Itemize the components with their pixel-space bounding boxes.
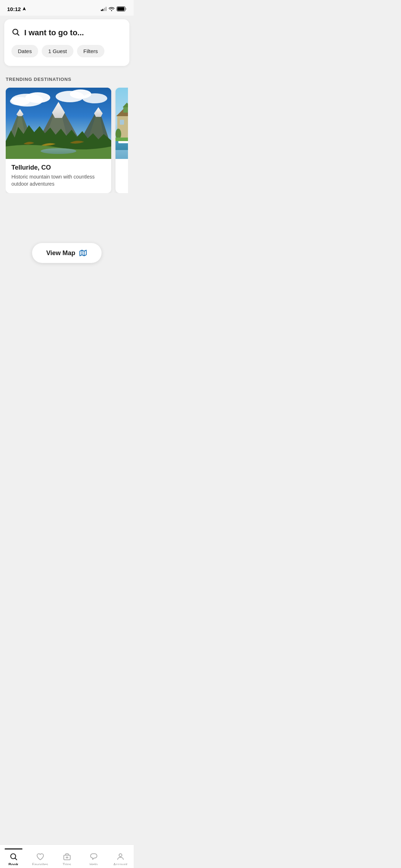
signal-bars-icon [101,7,107,11]
trending-section: TRENDING DESTINATIONS [0,69,134,193]
svg-rect-25 [120,120,124,125]
view-map-container: View Map [0,236,134,269]
status-time: 10:12 [7,6,26,12]
destinations-scroll: Telluride, CO Historic mountain town wit… [6,88,128,193]
florida-image [115,88,128,159]
search-placeholder: I want to go to... [24,28,84,37]
svg-point-19 [41,148,76,154]
search-icon [11,28,20,38]
telluride-name: Telluride, CO [11,164,106,171]
svg-point-6 [10,97,30,105]
view-map-button[interactable]: View Map [32,243,102,263]
map-icon [79,249,87,257]
view-map-label: View Map [46,249,76,257]
filter-chips: Dates 1 Guest Filters [11,45,122,57]
destination-card-florida[interactable] [115,88,128,193]
svg-rect-23 [123,107,128,113]
status-icons [101,6,127,11]
trending-title: TRENDING DESTINATIONS [6,77,128,82]
dates-chip[interactable]: Dates [11,45,38,57]
telluride-desc: Historic mountain town with countless ou… [11,174,106,187]
svg-point-9 [82,93,107,103]
telluride-info: Telluride, CO Historic mountain town wit… [6,159,111,193]
svg-rect-1 [117,7,124,11]
guests-chip[interactable]: 1 Guest [42,45,73,57]
telluride-image [6,88,111,159]
battery-icon [117,6,127,11]
wifi-icon [109,7,114,11]
destination-card-telluride[interactable]: Telluride, CO Historic mountain town wit… [6,88,111,193]
navigation-arrow-icon [22,7,26,11]
filters-chip[interactable]: Filters [77,45,104,57]
search-card: I want to go to... Dates 1 Guest Filters [4,19,129,66]
svg-rect-31 [115,138,128,141]
search-bar[interactable]: I want to go to... [11,28,122,38]
status-bar: 10:12 [0,0,134,16]
